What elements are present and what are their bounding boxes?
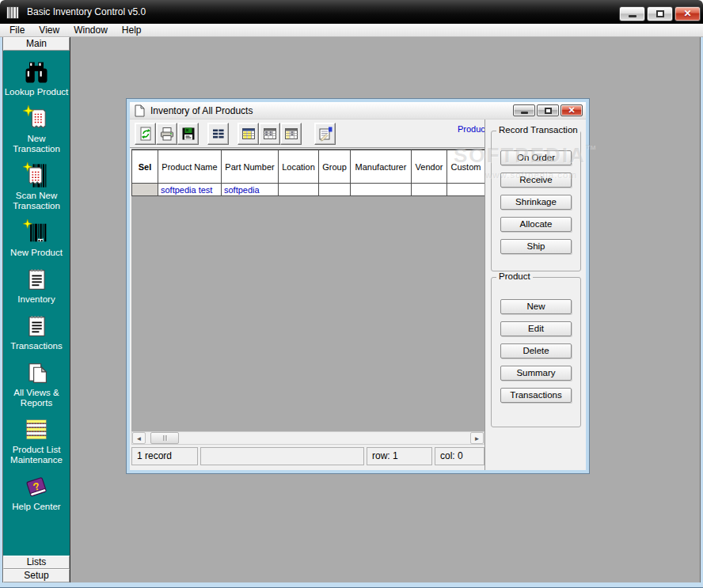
grid-view-button[interactable]: [259, 123, 280, 145]
sidebar-item-transactions[interactable]: Transactions: [3, 312, 70, 351]
on-order-button[interactable]: On Order: [500, 150, 572, 165]
allocate-button[interactable]: Allocate: [500, 217, 572, 232]
col-header-vendor[interactable]: Vendor: [412, 150, 447, 184]
sidebar-item-new-transaction[interactable]: New Transaction: [3, 104, 70, 154]
status-bar: 1 record row: 1 col: 0: [131, 447, 484, 465]
col-header-custom[interactable]: Custom: [447, 150, 485, 184]
notepad-icon: [22, 265, 51, 294]
notepad-icon: [22, 312, 51, 340]
scroll-right-arrow[interactable]: ►: [470, 432, 484, 444]
child-close-button[interactable]: ✕: [560, 104, 583, 116]
cell-custom[interactable]: [447, 184, 485, 196]
close-button[interactable]: ✕: [674, 6, 701, 21]
scan-receipt-icon: [22, 161, 51, 190]
sidebar-item-inventory[interactable]: Inventory: [3, 265, 70, 305]
sidebar-item-new-product[interactable]: New Product: [3, 218, 70, 258]
edit-button[interactable]: Edit: [500, 321, 572, 336]
menu-bar: File View Window Help: [0, 24, 703, 37]
app-barcode-icon: [7, 6, 21, 18]
grid-alt-icon: [283, 126, 299, 142]
col-header-manufacturer[interactable]: Manufacturer: [351, 150, 412, 184]
group-title: Record Transaction: [496, 125, 580, 135]
save-button[interactable]: [177, 123, 199, 145]
sidebar-tab-setup[interactable]: Setup: [3, 569, 70, 582]
status-col: col: 0: [435, 447, 484, 465]
sidebar-item-label: Transactions: [10, 341, 62, 351]
maximize-button[interactable]: [647, 6, 673, 21]
child-maximize-button[interactable]: [537, 104, 559, 116]
row-selector-cell[interactable]: [132, 184, 158, 196]
child-window-title: Inventory of All Products: [150, 105, 253, 116]
sidebar-item-label: Inventory: [17, 294, 55, 305]
application-window: Basic Inventory Control v5.0 ✕ File View…: [0, 0, 703, 588]
receive-button[interactable]: Receive: [500, 173, 572, 188]
sidebar-item-lookup-product[interactable]: Lookup Product: [3, 58, 70, 97]
cell-location[interactable]: [279, 184, 319, 196]
cell-group[interactable]: [319, 184, 351, 196]
minimize-icon: [629, 15, 636, 17]
action-panel: Record Transaction On Order Receive Shri…: [484, 119, 586, 470]
cell-manufacturer[interactable]: [351, 184, 412, 196]
shrinkage-button[interactable]: Shrinkage: [500, 195, 572, 210]
child-minimize-button[interactable]: [513, 104, 535, 116]
scroll-left-arrow[interactable]: ◄: [132, 432, 146, 444]
refresh-button[interactable]: [135, 123, 156, 145]
status-info: [200, 447, 364, 465]
menu-window[interactable]: Window: [66, 24, 115, 37]
print-button[interactable]: [156, 123, 177, 145]
col-header-sel[interactable]: Sel: [132, 150, 158, 184]
grid-icon: [262, 126, 278, 142]
sidebar-item-all-views-reports[interactable]: All Views & Reports: [3, 358, 70, 408]
child-title-bar: Inventory of All Products ✕: [130, 102, 586, 119]
sidebar-item-help-center[interactable]: ? Help Center: [3, 472, 70, 512]
col-header-part-number[interactable]: Part Number: [222, 150, 279, 184]
scrollbar-thumb[interactable]: [150, 432, 179, 444]
grid-header-row: Sel Product Name Part Number Location Gr…: [132, 150, 485, 184]
maximize-icon: [656, 10, 664, 17]
child-window-inventory: Inventory of All Products ✕: [127, 99, 589, 473]
grid-data-row[interactable]: softpedia test softpedia: [132, 184, 485, 196]
grid-view-highlight-button[interactable]: [238, 123, 259, 145]
menu-file[interactable]: File: [2, 24, 32, 37]
col-header-location[interactable]: Location: [279, 150, 319, 184]
new-button[interactable]: New: [500, 299, 572, 314]
sidebar-item-label: Lookup Product: [5, 87, 69, 97]
product-group: Product New Edit Delete Summary Transact…: [491, 277, 581, 427]
transactions-button[interactable]: Transactions: [500, 388, 572, 403]
sidebar-item-scan-new-transaction[interactable]: Scan New Transaction: [3, 161, 70, 211]
cell-product-name[interactable]: softpedia test: [158, 184, 222, 196]
horizontal-scrollbar[interactable]: ◄ ►: [131, 431, 484, 445]
menu-help[interactable]: Help: [115, 24, 149, 37]
mdi-workspace: Inventory of All Products ✕: [71, 37, 699, 582]
properties-button[interactable]: [314, 123, 336, 145]
sidebar: Main Lookup Product: [3, 37, 70, 582]
sidebar-item-label: New Product: [10, 248, 63, 258]
document-icon: [135, 104, 145, 117]
sidebar-tab-main[interactable]: Main: [3, 37, 70, 51]
sidebar-item-product-list-maintenance[interactable]: Product List Maintenance: [3, 415, 70, 465]
summary-button[interactable]: Summary: [500, 366, 572, 381]
window-border-right: [700, 37, 703, 588]
close-icon: ✕: [675, 8, 700, 19]
save-icon: [180, 126, 196, 142]
properties-icon: [317, 126, 333, 142]
window-title: Basic Inventory Control v5.0: [27, 6, 146, 17]
status-records: 1 record: [131, 447, 198, 465]
col-header-group[interactable]: Group: [319, 150, 351, 184]
print-icon: [159, 126, 175, 142]
minimize-button[interactable]: [619, 6, 645, 21]
status-row: row: 1: [367, 447, 432, 465]
group-title: Product: [496, 271, 533, 281]
cell-vendor[interactable]: [412, 184, 447, 196]
sidebar-tab-lists[interactable]: Lists: [3, 556, 70, 569]
documents-icon: [22, 358, 51, 387]
delete-button[interactable]: Delete: [500, 343, 572, 358]
cell-part-number[interactable]: softpedia: [222, 184, 279, 196]
ship-button[interactable]: Ship: [500, 239, 572, 254]
col-header-product-name[interactable]: Product Name: [158, 150, 222, 184]
grid-highlight-icon: [241, 126, 256, 142]
menu-view[interactable]: View: [32, 24, 66, 37]
sidebar-item-label: Help Center: [12, 502, 60, 512]
row-view-button[interactable]: [207, 123, 229, 145]
grid-view-alt-button[interactable]: [280, 123, 302, 145]
